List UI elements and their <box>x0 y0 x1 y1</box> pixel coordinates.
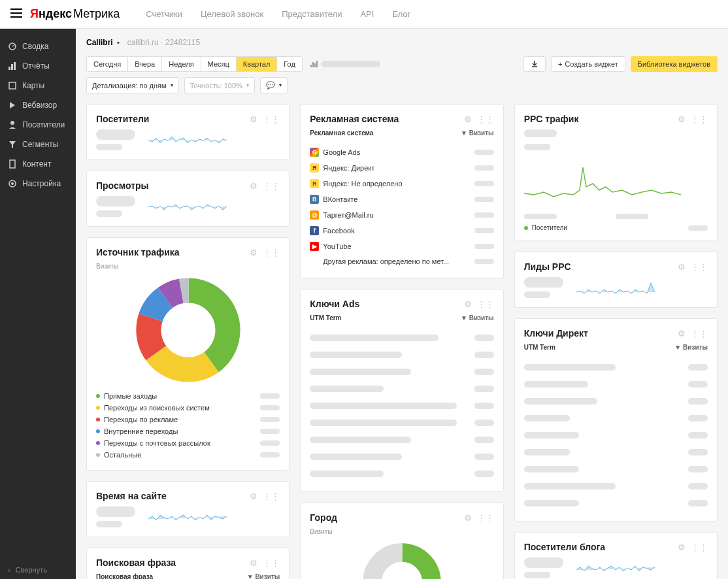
table-row[interactable]: Другая реклама: определено по мет... <box>310 254 493 269</box>
table-row[interactable]: ЯЯндекс: Не определено <box>310 176 493 191</box>
table-row[interactable] <box>310 465 493 482</box>
tab-year[interactable]: Год <box>277 57 302 71</box>
legend-row[interactable]: Внутренние переходы <box>96 425 280 437</box>
sidebar-collapse[interactable]: ‹Свернуть <box>8 566 47 574</box>
table-row[interactable] <box>524 410 708 427</box>
gear-icon[interactable]: ⚙ <box>250 491 257 501</box>
tab-quarter[interactable]: Квартал <box>237 57 278 71</box>
legend-row[interactable]: Прямые заходы <box>96 390 280 402</box>
drag-icon[interactable]: ⋮⋮ <box>691 542 708 552</box>
ad-val <box>474 259 494 264</box>
table-row[interactable]: ▶YouTube <box>310 239 493 254</box>
table-row[interactable]: fFacebook <box>310 223 493 239</box>
sidebar-item-summary[interactable]: Сводка <box>0 37 76 56</box>
table-row[interactable] <box>524 461 708 478</box>
table-row[interactable] <box>524 444 708 461</box>
col-header[interactable]: ▼ Визиты <box>674 344 708 351</box>
nav-counters[interactable]: Счетчики <box>146 9 182 19</box>
drag-icon[interactable]: ⋮⋮ <box>477 114 494 124</box>
tab-yesterday[interactable]: Вчера <box>128 57 162 71</box>
sidebar-item-content[interactable]: Контент <box>0 154 76 174</box>
gear-icon[interactable]: ⚙ <box>250 114 257 124</box>
scale-control[interactable] <box>310 61 380 67</box>
export-button[interactable] <box>523 56 546 72</box>
hamburger-icon[interactable] <box>10 8 22 20</box>
table-row[interactable] <box>310 329 493 346</box>
sidebar-item-webvisor[interactable]: Вебвизор <box>0 95 76 115</box>
legend-row[interactable]: Переходы по рекламе <box>96 414 280 425</box>
chevron-down-icon[interactable]: ▾ <box>117 40 120 46</box>
table-row[interactable] <box>524 495 708 512</box>
gear-icon[interactable]: ⚙ <box>464 299 472 309</box>
nav-blog[interactable]: Блог <box>392 9 410 19</box>
gear-icon[interactable]: ⚙ <box>464 513 472 523</box>
nav-target-call[interactable]: Целевой звонок <box>201 9 263 19</box>
sidebar-item-segments[interactable]: Сегменты <box>0 135 76 154</box>
legend-row[interactable]: Остальные <box>96 449 280 461</box>
table-row[interactable]: ЯЯндекс: Директ <box>310 160 493 176</box>
table-row[interactable] <box>310 414 493 431</box>
gear-icon[interactable]: ⚙ <box>678 262 686 272</box>
col-header[interactable]: ▼ Визиты <box>461 129 494 137</box>
table-row[interactable] <box>310 346 493 363</box>
table-row[interactable] <box>310 397 493 414</box>
tab-week[interactable]: Неделя <box>162 57 201 71</box>
table-row[interactable] <box>310 363 493 380</box>
nav-representatives[interactable]: Представители <box>282 9 342 19</box>
table-row[interactable] <box>310 448 493 465</box>
table-row[interactable]: BВКонтакте <box>310 191 493 207</box>
gear-icon[interactable]: ⚙ <box>464 114 472 124</box>
svg-rect-7 <box>14 62 16 70</box>
gear-icon[interactable]: ⚙ <box>678 114 686 124</box>
sidebar-item-reports[interactable]: Отчёты <box>0 56 76 76</box>
table-row[interactable]: @Таргет@Mail.ru <box>310 207 493 223</box>
gear-icon[interactable]: ⚙ <box>250 181 257 191</box>
table-row[interactable] <box>524 478 708 495</box>
table-row[interactable]: GGoogle Ads <box>310 144 493 160</box>
comment-button[interactable]: 💬▾ <box>260 77 288 93</box>
drag-icon[interactable]: ⋮⋮ <box>263 114 280 124</box>
drag-icon[interactable]: ⋮⋮ <box>477 299 494 309</box>
col-header: UTM Term <box>524 344 555 351</box>
detail-select[interactable]: Детализация: по дням▾ <box>86 77 179 93</box>
create-widget-button[interactable]: +Создать виджет <box>551 56 625 72</box>
table-row[interactable] <box>310 431 493 448</box>
gear-icon[interactable]: ⚙ <box>678 542 686 552</box>
yandex-icon: Я <box>310 163 319 173</box>
legend-dot-icon <box>524 226 528 230</box>
stat-value <box>524 277 563 288</box>
drag-icon[interactable]: ⋮⋮ <box>263 248 280 257</box>
drag-icon[interactable]: ⋮⋮ <box>691 114 708 124</box>
widget-library-button[interactable]: Библиотека виджетов <box>631 56 718 72</box>
tab-month[interactable]: Месяц <box>201 57 237 71</box>
drag-icon[interactable]: ⋮⋮ <box>263 181 280 191</box>
sidebar-item-maps[interactable]: Карты <box>0 76 76 95</box>
accuracy-select[interactable]: Точность: 100%▾ <box>184 77 255 93</box>
sidebar-item-settings[interactable]: Настройка <box>0 174 76 193</box>
table-row[interactable] <box>524 359 708 376</box>
table-row[interactable] <box>310 380 493 397</box>
axis-label <box>524 214 557 219</box>
table-row[interactable] <box>524 376 708 393</box>
drag-icon[interactable]: ⋮⋮ <box>691 262 708 272</box>
logo[interactable]: Яндекс Метрика <box>30 7 120 21</box>
drag-icon[interactable]: ⋮⋮ <box>263 491 280 501</box>
col-header[interactable]: ▼ Визиты <box>461 314 494 322</box>
sidebar-item-visitors[interactable]: Посетители <box>0 115 76 135</box>
drag-icon[interactable]: ⋮⋮ <box>691 329 708 339</box>
legend-row[interactable]: Переходы с почтовых рассылок <box>96 437 280 449</box>
drag-icon[interactable]: ⋮⋮ <box>477 513 494 523</box>
legend-val <box>260 393 280 399</box>
col-header[interactable]: ▼ Визиты <box>247 573 280 579</box>
legend-row[interactable]: Переходы из поисковых систем <box>96 402 280 414</box>
gear-icon[interactable]: ⚙ <box>678 329 686 339</box>
gear-icon[interactable]: ⚙ <box>250 248 257 257</box>
drag-icon[interactable]: ⋮⋮ <box>263 558 280 568</box>
table-row[interactable] <box>524 393 708 410</box>
nav-api[interactable]: API <box>360 9 374 19</box>
facebook-icon: f <box>310 226 319 235</box>
gear-icon[interactable]: ⚙ <box>250 558 257 568</box>
breadcrumb-main[interactable]: Callibri <box>86 38 113 47</box>
tab-today[interactable]: Сегодня <box>87 57 128 71</box>
table-row[interactable] <box>524 427 708 444</box>
